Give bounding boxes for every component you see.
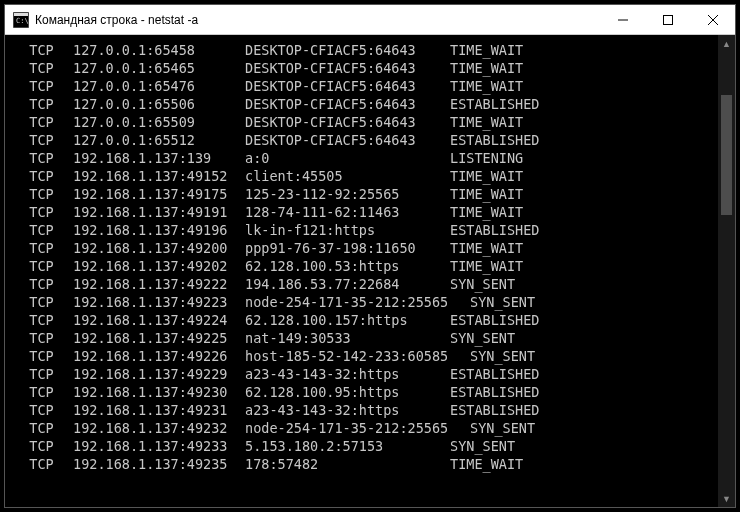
netstat-row: TCP127.0.0.1:65476DESKTOP-CFIACF5:64643T… [13, 77, 718, 95]
netstat-row: TCP127.0.0.1:65465DESKTOP-CFIACF5:64643T… [13, 59, 718, 77]
remote-address-cell: nat-149:30533 [245, 329, 450, 347]
state-cell: SYN_SENT [450, 437, 515, 455]
remote-address-cell: client:45505 [245, 167, 450, 185]
local-address-cell: 192.168.1.137:49233 [73, 437, 245, 455]
remote-address-cell: 128-74-111-62:11463 [245, 203, 450, 221]
netstat-row: TCP192.168.1.137:49223node-254-171-35-21… [13, 293, 718, 311]
state-cell: TIME_WAIT [450, 455, 523, 473]
console-output[interactable]: TCP127.0.0.1:65458DESKTOP-CFIACF5:64643T… [5, 35, 718, 507]
state-cell: LISTENING [450, 149, 523, 167]
local-address-cell: 192.168.1.137:49224 [73, 311, 245, 329]
close-button[interactable] [690, 5, 735, 34]
state-cell: ESTABLISHED [450, 401, 539, 419]
local-address-cell: 127.0.0.1:65506 [73, 95, 245, 113]
state-cell: TIME_WAIT [450, 77, 523, 95]
state-cell: TIME_WAIT [450, 41, 523, 59]
netstat-row: TCP192.168.1.137:4923062.128.100.95:http… [13, 383, 718, 401]
local-address-cell: 192.168.1.137:49232 [73, 419, 245, 437]
vertical-scrollbar[interactable]: ▲ ▼ [718, 35, 735, 507]
local-address-cell: 192.168.1.137:49226 [73, 347, 245, 365]
state-cell: ESTABLISHED [450, 383, 539, 401]
cmd-icon: C:\ [13, 12, 29, 28]
state-cell: TIME_WAIT [450, 59, 523, 77]
state-cell: TIME_WAIT [450, 167, 523, 185]
proto-cell: TCP [13, 419, 73, 437]
state-cell: TIME_WAIT [450, 257, 523, 275]
proto-cell: TCP [13, 365, 73, 383]
local-address-cell: 192.168.1.137:49229 [73, 365, 245, 383]
local-address-cell: 192.168.1.137:49230 [73, 383, 245, 401]
state-cell: TIME_WAIT [450, 203, 523, 221]
scroll-thumb[interactable] [721, 95, 732, 215]
remote-address-cell: DESKTOP-CFIACF5:64643 [245, 41, 450, 59]
state-cell: SYN_SENT [450, 275, 515, 293]
window-title: Командная строка - netstat -a [35, 13, 600, 27]
local-address-cell: 192.168.1.137:49200 [73, 239, 245, 257]
remote-address-cell: DESKTOP-CFIACF5:64643 [245, 59, 450, 77]
local-address-cell: 192.168.1.137:49175 [73, 185, 245, 203]
remote-address-cell: 62.128.100.95:https [245, 383, 450, 401]
remote-address-cell: 194.186.53.77:22684 [245, 275, 450, 293]
window-controls [600, 5, 735, 34]
local-address-cell: 127.0.0.1:65476 [73, 77, 245, 95]
remote-address-cell: DESKTOP-CFIACF5:64643 [245, 131, 450, 149]
remote-address-cell: DESKTOP-CFIACF5:64643 [245, 77, 450, 95]
remote-address-cell: 178:57482 [245, 455, 450, 473]
proto-cell: TCP [13, 131, 73, 149]
minimize-button[interactable] [600, 5, 645, 34]
remote-address-cell: DESKTOP-CFIACF5:64643 [245, 95, 450, 113]
local-address-cell: 192.168.1.137:49202 [73, 257, 245, 275]
netstat-row: TCP192.168.1.137:49225nat-149:30533SYN_S… [13, 329, 718, 347]
proto-cell: TCP [13, 167, 73, 185]
local-address-cell: 127.0.0.1:65512 [73, 131, 245, 149]
svg-text:C:\: C:\ [16, 17, 29, 25]
command-prompt-window: C:\ Командная строка - netstat -a TCP127… [4, 4, 736, 508]
proto-cell: TCP [13, 437, 73, 455]
proto-cell: TCP [13, 221, 73, 239]
remote-address-cell: a:0 [245, 149, 450, 167]
console-body: TCP127.0.0.1:65458DESKTOP-CFIACF5:64643T… [5, 35, 735, 507]
netstat-row: TCP192.168.1.137:49191128-74-111-62:1146… [13, 203, 718, 221]
netstat-row: TCP192.168.1.137:49222194.186.53.77:2268… [13, 275, 718, 293]
netstat-row: TCP192.168.1.137:49226host-185-52-142-23… [13, 347, 718, 365]
netstat-row: TCP192.168.1.137:49235178:57482TIME_WAIT [13, 455, 718, 473]
netstat-row: TCP192.168.1.137:49152client:45505TIME_W… [13, 167, 718, 185]
remote-address-cell: a23-43-143-32:https [245, 365, 450, 383]
remote-address-cell: DESKTOP-CFIACF5:64643 [245, 113, 450, 131]
local-address-cell: 192.168.1.137:49235 [73, 455, 245, 473]
svg-rect-1 [14, 13, 28, 16]
proto-cell: TCP [13, 95, 73, 113]
state-cell: SYN_SENT [470, 419, 535, 437]
scroll-up-arrow-icon[interactable]: ▲ [718, 35, 735, 52]
proto-cell: TCP [13, 401, 73, 419]
proto-cell: TCP [13, 59, 73, 77]
proto-cell: TCP [13, 113, 73, 131]
netstat-row: TCP127.0.0.1:65506DESKTOP-CFIACF5:64643E… [13, 95, 718, 113]
netstat-row: TCP192.168.1.137:49200ppp91-76-37-198:11… [13, 239, 718, 257]
proto-cell: TCP [13, 257, 73, 275]
proto-cell: TCP [13, 293, 73, 311]
netstat-row: TCP127.0.0.1:65509DESKTOP-CFIACF5:64643T… [13, 113, 718, 131]
netstat-row: TCP192.168.1.137:492335.153.180.2:57153S… [13, 437, 718, 455]
scroll-down-arrow-icon[interactable]: ▼ [718, 490, 735, 507]
state-cell: SYN_SENT [470, 293, 535, 311]
state-cell: TIME_WAIT [450, 185, 523, 203]
maximize-button[interactable] [645, 5, 690, 34]
local-address-cell: 192.168.1.137:49222 [73, 275, 245, 293]
remote-address-cell: 5.153.180.2:57153 [245, 437, 450, 455]
state-cell: SYN_SENT [470, 347, 535, 365]
remote-address-cell: node-254-171-35-212:25565 [245, 293, 470, 311]
state-cell: ESTABLISHED [450, 365, 539, 383]
proto-cell: TCP [13, 77, 73, 95]
local-address-cell: 127.0.0.1:65465 [73, 59, 245, 77]
local-address-cell: 192.168.1.137:49225 [73, 329, 245, 347]
proto-cell: TCP [13, 185, 73, 203]
remote-address-cell: 125-23-112-92:25565 [245, 185, 450, 203]
proto-cell: TCP [13, 383, 73, 401]
local-address-cell: 127.0.0.1:65509 [73, 113, 245, 131]
local-address-cell: 192.168.1.137:49231 [73, 401, 245, 419]
state-cell: ESTABLISHED [450, 311, 539, 329]
proto-cell: TCP [13, 329, 73, 347]
proto-cell: TCP [13, 275, 73, 293]
titlebar[interactable]: C:\ Командная строка - netstat -a [5, 5, 735, 35]
